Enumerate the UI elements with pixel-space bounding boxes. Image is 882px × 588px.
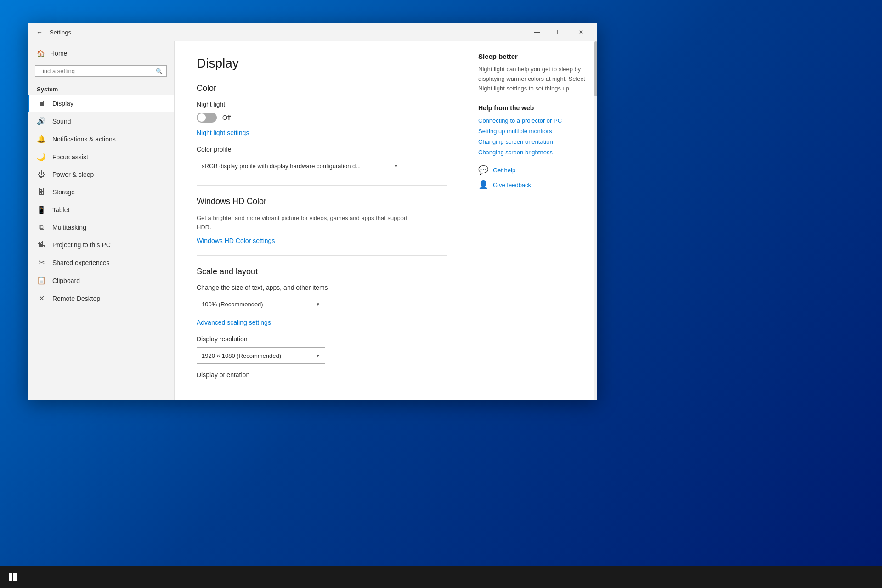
hd-color-section-title: Windows HD Color <box>197 197 447 206</box>
sidebar-item-notifications-label: Notifications & actions <box>52 136 116 143</box>
sidebar-item-focus-label: Focus assist <box>52 153 88 161</box>
page-title: Display <box>197 56 447 71</box>
clipboard-icon: 📋 <box>37 276 46 285</box>
link-projector[interactable]: Connecting to a projector or PC <box>478 117 588 124</box>
home-icon: 🏠 <box>37 50 45 57</box>
link-brightness[interactable]: Changing screen brightness <box>478 149 588 156</box>
hd-color-description: Get a brighter and more vibrant picture … <box>197 214 417 232</box>
svg-rect-0 <box>9 573 12 577</box>
search-input[interactable] <box>39 68 153 74</box>
sidebar-item-remote-label: Remote Desktop <box>52 295 100 302</box>
sleep-title: Sleep better <box>478 52 588 60</box>
back-button[interactable]: ← <box>33 26 46 39</box>
give-feedback-link[interactable]: Give feedback <box>493 181 531 188</box>
night-light-state: Off <box>222 114 231 121</box>
sidebar-item-sound-label: Sound <box>52 118 71 125</box>
resolution-label: Display resolution <box>197 335 447 343</box>
link-multiple-monitors[interactable]: Setting up multiple monitors <box>478 128 588 135</box>
scale-chevron: ▼ <box>316 302 320 307</box>
scale-section-title: Scale and layout <box>197 267 447 277</box>
sidebar-item-multitasking[interactable]: ⧉ Multitasking <box>28 219 174 236</box>
search-box: 🔍 <box>35 65 167 77</box>
projecting-icon: 📽 <box>37 241 46 249</box>
divider-1 <box>197 185 447 186</box>
divider-2 <box>197 255 447 256</box>
night-light-label: Night light <box>197 101 447 108</box>
sleep-text: Night light can help you get to sleep by… <box>478 65 588 93</box>
svg-rect-3 <box>13 577 17 581</box>
color-profile-chevron: ▼ <box>394 164 398 169</box>
home-label: Home <box>50 50 67 57</box>
help-title: Help from the web <box>478 104 588 112</box>
start-button[interactable] <box>4 568 22 586</box>
color-section-title: Color <box>197 84 447 93</box>
give-feedback-action[interactable]: 👤 Give feedback <box>478 180 588 190</box>
night-light-settings-link[interactable]: Night light settings <box>197 129 447 136</box>
sidebar-item-clipboard-label: Clipboard <box>52 277 80 284</box>
advanced-scaling-link[interactable]: Advanced scaling settings <box>197 319 447 326</box>
sidebar-item-sound[interactable]: 🔊 Sound <box>28 112 174 130</box>
sidebar: 🏠 Home 🔍 System 🖥 Display 🔊 Sound 🔔 Noti… <box>28 41 175 400</box>
svg-rect-2 <box>9 577 12 581</box>
sidebar-item-projecting-label: Projecting to this PC <box>52 241 111 249</box>
resolution-value: 1920 × 1080 (Recommended) <box>202 352 281 359</box>
sidebar-item-power[interactable]: ⏻ Power & sleep <box>28 166 174 183</box>
sidebar-item-projecting[interactable]: 📽 Projecting to this PC <box>28 236 174 254</box>
sidebar-item-tablet-label: Tablet <box>52 206 69 214</box>
color-profile-label: Color profile <box>197 146 447 153</box>
taskbar <box>0 566 882 588</box>
svg-rect-1 <box>13 573 17 577</box>
minimize-button[interactable]: — <box>526 25 548 40</box>
sidebar-item-home[interactable]: 🏠 Home <box>28 45 174 62</box>
main-content: Display Color Night light Off Night ligh… <box>175 41 469 400</box>
sidebar-item-clipboard[interactable]: 📋 Clipboard <box>28 271 174 289</box>
scrollbar-track <box>594 41 597 400</box>
scale-label: Change the size of text, apps, and other… <box>197 284 447 291</box>
right-panel: Sleep better Night light can help you ge… <box>469 41 597 400</box>
focus-icon: 🌙 <box>37 153 46 161</box>
get-help-icon: 💬 <box>478 165 488 175</box>
scale-value: 100% (Recommended) <box>202 301 263 308</box>
window-body: 🏠 Home 🔍 System 🖥 Display 🔊 Sound 🔔 Noti… <box>28 41 597 400</box>
sidebar-item-remote[interactable]: ✕ Remote Desktop <box>28 289 174 307</box>
scale-dropdown[interactable]: 100% (Recommended) ▼ <box>197 296 325 312</box>
get-help-action[interactable]: 💬 Get help <box>478 165 588 175</box>
color-profile-value: sRGB display profile with display hardwa… <box>202 163 361 170</box>
hd-color-settings-link[interactable]: Windows HD Color settings <box>197 237 447 244</box>
resolution-chevron: ▼ <box>316 353 320 358</box>
settings-window: ← Settings — ☐ ✕ 🏠 Home 🔍 System 🖥 Displ… <box>28 23 597 400</box>
link-orientation[interactable]: Changing screen orientation <box>478 138 588 145</box>
night-light-toggle[interactable] <box>197 113 217 123</box>
orientation-label: Display orientation <box>197 371 447 379</box>
sidebar-item-display[interactable]: 🖥 Display <box>28 95 174 112</box>
sidebar-item-notifications[interactable]: 🔔 Notifications & actions <box>28 130 174 148</box>
remote-icon: ✕ <box>37 294 46 303</box>
search-icon[interactable]: 🔍 <box>156 68 163 74</box>
sidebar-item-shared-label: Shared experiences <box>52 259 110 266</box>
maximize-button[interactable]: ☐ <box>548 25 570 40</box>
sidebar-item-storage-label: Storage <box>52 188 75 196</box>
sidebar-item-focus[interactable]: 🌙 Focus assist <box>28 148 174 166</box>
titlebar: ← Settings — ☐ ✕ <box>28 23 597 41</box>
window-controls: — ☐ ✕ <box>526 25 592 40</box>
resolution-dropdown[interactable]: 1920 × 1080 (Recommended) ▼ <box>197 347 325 364</box>
sidebar-item-multitasking-label: Multitasking <box>52 224 86 231</box>
close-button[interactable]: ✕ <box>571 25 592 40</box>
sidebar-item-tablet[interactable]: 📱 Tablet <box>28 201 174 219</box>
color-profile-dropdown[interactable]: sRGB display profile with display hardwa… <box>197 158 403 174</box>
shared-icon: ✂ <box>37 258 46 267</box>
give-feedback-icon: 👤 <box>478 180 488 190</box>
window-title: Settings <box>50 29 526 36</box>
power-icon: ⏻ <box>37 170 46 179</box>
notifications-icon: 🔔 <box>37 135 46 143</box>
storage-icon: 🗄 <box>37 188 46 196</box>
multitasking-icon: ⧉ <box>37 223 46 232</box>
system-label: System <box>28 80 174 95</box>
tablet-icon: 📱 <box>37 205 46 214</box>
get-help-link[interactable]: Get help <box>493 167 515 174</box>
scrollbar-thumb[interactable] <box>594 41 597 96</box>
night-light-toggle-row: Off <box>197 113 447 123</box>
sound-icon: 🔊 <box>37 117 46 125</box>
sidebar-item-storage[interactable]: 🗄 Storage <box>28 183 174 201</box>
sidebar-item-shared[interactable]: ✂ Shared experiences <box>28 254 174 271</box>
